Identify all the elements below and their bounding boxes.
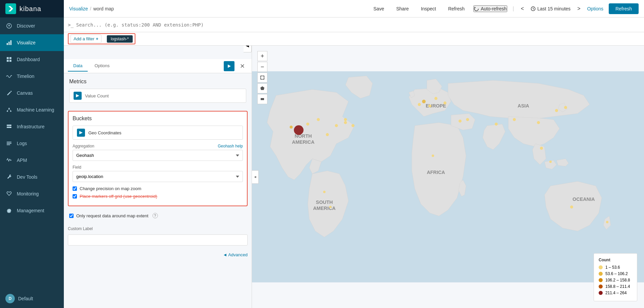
breadcrumb-visualize-link[interactable]: Visualize <box>69 6 88 11</box>
geocentroid-checkbox[interactable] <box>73 194 77 199</box>
filterbar: Add a filter + logstash-* <box>64 32 644 46</box>
panel-run-button[interactable] <box>224 61 234 71</box>
svg-line-13 <box>9 109 11 111</box>
metrics-item[interactable]: Value Count <box>69 89 246 103</box>
svg-point-53 <box>434 97 437 100</box>
sidebar-item-dev-tools[interactable]: Dev Tools <box>0 169 64 185</box>
tab-options[interactable]: Options <box>89 60 115 72</box>
svg-point-63 <box>564 106 567 109</box>
bucket-icon <box>77 129 85 137</box>
request-data-section: Only request data around map extent ? <box>64 210 252 226</box>
svg-rect-6 <box>9 57 11 59</box>
svg-point-52 <box>422 100 426 103</box>
legend-dot-1 <box>599 265 603 269</box>
sidebar-item-management[interactable]: Management <box>0 202 64 219</box>
zoom-in-button[interactable]: + <box>257 51 267 61</box>
zoom-out-button[interactable]: − <box>257 62 267 72</box>
main-refresh-button[interactable]: Refresh <box>609 3 639 14</box>
rectangle-button[interactable] <box>257 94 267 104</box>
options-button[interactable]: Options <box>587 6 603 11</box>
breadcrumb-separator: / <box>90 6 91 11</box>
sidebar-item-discover[interactable]: Discover <box>0 17 64 34</box>
aggregation-select[interactable]: Geohash <box>73 150 243 161</box>
sidebar-item-apm[interactable]: APM <box>0 152 64 169</box>
panel-toggle-icon: ◄ <box>254 175 257 179</box>
map-extent-label: Only request data around map extent <box>76 213 148 218</box>
kibana-logo-icon <box>5 3 16 14</box>
save-button[interactable]: Save <box>370 4 388 13</box>
custom-label-input[interactable] <box>68 234 248 246</box>
svg-point-67 <box>570 206 573 209</box>
list-icon <box>5 140 13 147</box>
searchbar: >_ <box>64 17 644 32</box>
time-range-picker[interactable]: Last 15 minutes <box>531 6 571 11</box>
sidebar-logo: kibana <box>0 0 64 17</box>
index-pattern-badge[interactable]: logstash-* <box>107 35 133 43</box>
svg-point-60 <box>513 118 516 121</box>
neural-icon <box>5 106 13 114</box>
chart-icon <box>5 39 13 46</box>
refresh-text-button[interactable]: Refresh <box>445 4 468 13</box>
rectangle-icon <box>260 97 265 101</box>
precision-checkbox[interactable] <box>73 186 77 191</box>
svg-point-58 <box>466 118 469 121</box>
share-button[interactable]: Share <box>393 4 412 13</box>
left-panel: ◄ Data Options ✕ Metrics <box>64 46 252 308</box>
sidebar: kibana Discover Visualize Dashboard Time <box>0 0 64 308</box>
nav-prev-button[interactable]: < <box>519 4 525 13</box>
sidebar-item-infrastructure-label: Infrastructure <box>17 124 44 129</box>
svg-point-51 <box>344 118 347 121</box>
heartbeat-icon <box>5 190 13 197</box>
metrics-value-icon <box>74 92 82 100</box>
search-input[interactable] <box>76 22 640 28</box>
sidebar-item-monitoring[interactable]: Monitoring <box>0 185 64 202</box>
svg-point-71 <box>344 121 347 124</box>
svg-rect-5 <box>7 57 9 59</box>
metrics-item-text: Value Count <box>85 93 109 98</box>
sidebar-item-apm-label: APM <box>17 158 27 163</box>
sidebar-item-visualize[interactable]: Visualize <box>0 34 64 51</box>
svg-point-45 <box>294 125 304 135</box>
nav-next-button[interactable]: > <box>576 4 582 13</box>
svg-point-55 <box>428 104 431 107</box>
auto-refresh-button[interactable]: Auto-refresh <box>473 5 507 12</box>
sidebar-item-logs[interactable]: Logs <box>0 135 64 152</box>
sidebar-item-timelion[interactable]: Timelion <box>0 68 64 85</box>
panel-tabs: Data Options ✕ <box>64 59 252 73</box>
panel-toggle-button[interactable]: ◄ <box>252 170 259 184</box>
legend-label-3: 106.2 – 158.8 <box>605 278 630 282</box>
sidebar-item-logs-label: Logs <box>17 141 27 146</box>
sidebar-item-infrastructure[interactable]: Infrastructure <box>0 118 64 135</box>
panel-tab-actions: ✕ <box>224 61 248 71</box>
svg-point-65 <box>549 161 552 163</box>
metrics-section: Metrics Value Count <box>64 73 252 111</box>
field-form-field: Field geoip.location <box>73 165 243 182</box>
sidebar-item-dashboard-label: Dashboard <box>17 57 40 62</box>
tab-data[interactable]: Data <box>68 60 88 72</box>
sidebar-item-machine-learning[interactable]: Machine Learning <box>0 101 64 118</box>
field-select[interactable]: geoip.location <box>73 171 243 182</box>
svg-point-10 <box>7 111 8 112</box>
draw-button[interactable] <box>257 83 267 93</box>
sidebar-item-dashboard[interactable]: Dashboard <box>0 51 64 68</box>
buckets-title: Buckets <box>73 116 243 122</box>
sidebar-user[interactable]: D Default <box>0 289 64 308</box>
map-extent-checkbox[interactable] <box>69 214 74 218</box>
svg-point-56 <box>418 103 421 106</box>
geohash-help-link[interactable]: Geohash help <box>218 144 243 148</box>
legend-item-1: 1 – 53.6 <box>599 265 632 270</box>
panel-close-button[interactable]: ✕ <box>237 61 248 71</box>
fit-bounds-button[interactable] <box>257 73 267 83</box>
advanced-link[interactable]: ◄ Advanced <box>223 252 248 257</box>
search-prefix: >_ <box>68 22 74 28</box>
bucket-item[interactable]: Geo Coordinates <box>73 126 243 140</box>
advanced-link-container: ◄ Advanced <box>64 250 252 260</box>
sidebar-item-canvas[interactable]: Canvas <box>0 85 64 101</box>
svg-rect-2 <box>7 43 8 45</box>
panel-collapse-button[interactable]: ◄ <box>244 46 252 52</box>
inspect-button[interactable]: Inspect <box>418 4 439 13</box>
svg-point-48 <box>317 118 320 121</box>
add-filter-button[interactable]: Add a filter + <box>71 35 101 43</box>
sidebar-item-timelion-label: Timelion <box>17 74 34 79</box>
fit-bounds-icon <box>260 75 265 80</box>
